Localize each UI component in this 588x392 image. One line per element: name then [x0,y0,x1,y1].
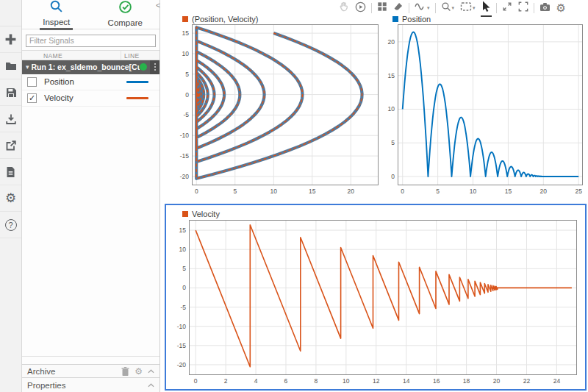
separator [371,3,372,13]
y-tick-label: 0 [168,284,186,291]
create-report-button[interactable] [0,159,21,185]
left-toolbar: ⚙ ? [0,0,22,392]
plus-icon [4,33,17,46]
add-button[interactable] [0,26,21,53]
run-row[interactable]: ▾ Run 1: ex_sldemo_bounce[Current] [22,60,159,74]
y-tick-label: -20 [171,173,189,180]
signal-name: Velocity [37,93,121,102]
signal-row-position[interactable]: Position [22,74,159,90]
y-tick-label: 5 [168,265,186,272]
legend-swatch [392,16,398,22]
y-tick-label: 5 [377,139,395,146]
legend-label: Position [402,15,431,24]
y-tick-label: 10 [377,105,395,113]
export-button[interactable] [0,132,21,159]
velocity-plot-canvas[interactable] [189,220,577,375]
chevron-down-icon: ▾ [427,5,430,11]
tab-inspect[interactable]: Inspect [22,0,91,29]
layout-button[interactable] [376,1,388,15]
position-plot-canvas[interactable] [398,24,583,185]
check-circle-icon [118,0,132,17]
snapshot-button[interactable] [539,1,551,15]
x-tick-label: 0 [187,377,204,385]
x-tick-label: 0 [188,188,204,195]
x-tick-label: 10 [338,377,354,385]
y-tick-label: -15 [171,152,189,160]
x-tick-label: 6 [278,377,294,385]
x-tick-label: 10 [265,188,282,195]
plot-settings-button[interactable]: ⚙ [556,1,567,15]
save-button[interactable] [0,79,21,106]
column-line: LINE [121,51,159,60]
fit-to-view-button[interactable]: ▾ [459,1,476,15]
velocity-plot-legend: Velocity [182,210,220,218]
y-tick-label: 20 [377,38,395,46]
trash-icon[interactable] [121,367,129,376]
replay-button[interactable] [354,1,367,16]
zoom-button[interactable]: ▾ [440,1,456,15]
y-tick-label: -10 [168,323,186,330]
archive-bar[interactable]: Archive ⚙ [22,364,159,378]
legend-label: (Position, Velocity) [192,15,258,24]
x-tick-label: 2 [218,377,234,385]
help-button[interactable]: ? [0,212,21,238]
gear-icon: ⚙ [556,1,566,15]
position-line-swatch[interactable] [126,81,148,83]
x-tick-label: 20 [489,377,505,385]
x-tick-label: 12 [368,377,384,385]
properties-bar[interactable]: Properties [22,377,159,392]
y-tick-label: 10 [168,246,186,253]
signal-row-velocity[interactable]: ✓ Velocity [22,90,159,107]
separator [496,3,497,13]
position-checkbox[interactable] [27,77,37,87]
chevron-down-icon: ▾ [452,5,455,11]
eraser-icon [393,1,404,15]
signal-style-button[interactable]: ▾ [414,1,431,15]
archive-label: Archive [22,367,121,376]
legend-swatch [182,16,188,22]
open-button[interactable] [0,53,21,79]
position-plot-legend: Position [392,15,431,24]
preferences-button[interactable]: ⚙ [0,185,21,212]
run-options-icon[interactable] [150,60,159,74]
corner-brackets-icon [518,1,528,15]
plot-toolbar: ▾ ▾ ▾ ⚙ [338,0,588,16]
tab-compare[interactable]: Compare [91,0,160,29]
x-tick-label: 10 [465,188,481,195]
y-tick-label: 0 [377,173,395,180]
x-tick-label: 20 [535,188,551,195]
y-tick-label: -15 [168,342,186,349]
velocity-checkbox[interactable]: ✓ [27,93,37,103]
help-icon: ? [5,219,17,231]
y-tick-label: 5 [171,71,189,78]
import-button[interactable] [0,106,21,132]
y-tick-label: 15 [168,227,186,234]
expand-caret-icon[interactable]: ▾ [22,63,32,71]
x-tick-label: 15 [304,188,320,195]
play-circle-icon [355,1,366,15]
y-tick-label: -20 [168,361,186,368]
collapse-archive-icon[interactable] [148,369,154,374]
x-tick-label: 22 [518,377,534,385]
fullscreen-button[interactable] [517,1,529,15]
x-tick-label: 14 [398,377,415,385]
filter-signals-input[interactable] [26,35,156,47]
legend-label: Velocity [192,210,220,218]
velocity-line-swatch[interactable] [126,97,148,99]
document-icon [5,166,16,178]
separator [534,3,534,13]
xy-plot-canvas[interactable] [192,24,379,185]
expand-plot-button[interactable] [501,1,513,15]
collapse-sidebar-icon[interactable]: < [154,1,162,10]
archive-gear-icon[interactable]: ⚙ [135,366,143,377]
y-tick-label: -5 [168,304,186,311]
tab-inspect-label: Inspect [40,18,73,30]
column-name: NAME [22,51,121,60]
chevron-down-icon: ▾ [473,5,476,11]
separator [435,3,436,13]
x-tick-label: 20 [343,188,359,195]
velocity-plot-selected[interactable]: Velocity 024681012141618202224151050-5-1… [165,204,587,391]
clear-results-button[interactable] [392,1,404,15]
x-tick-label: 25 [570,188,587,195]
collapse-properties-icon[interactable] [148,383,154,388]
